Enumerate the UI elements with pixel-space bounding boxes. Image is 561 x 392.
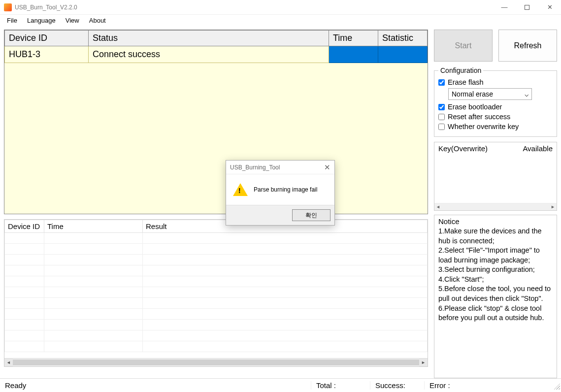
overwrite-key-row[interactable]: Whether overwrite key bbox=[438, 123, 553, 131]
results-hscrollbar[interactable]: ◄ ► bbox=[4, 358, 428, 366]
scroll-right-icon[interactable]: ► bbox=[549, 203, 557, 210]
configuration-panel: Configuration Erase flash Normal erase ⌵… bbox=[434, 66, 557, 137]
erase-flash-label: Erase flash bbox=[448, 78, 484, 86]
status-total: Total : bbox=[311, 381, 370, 390]
overwrite-label: Whether overwrite key bbox=[448, 123, 519, 131]
device-table-header-status[interactable]: Status bbox=[89, 31, 329, 46]
notice-line: 2.Select "File"-"Import image" to load b… bbox=[438, 246, 553, 265]
device-table: Device ID Status Time Statistic HUB1-3 C… bbox=[4, 30, 428, 214]
dialog-ok-button[interactable]: 확인 bbox=[292, 209, 330, 221]
table-row[interactable] bbox=[5, 341, 428, 352]
table-row[interactable] bbox=[5, 255, 428, 265]
configuration-legend: Configuration bbox=[438, 66, 483, 74]
scroll-left-icon[interactable]: ◄ bbox=[4, 359, 13, 366]
window-title: USB_Burn_Tool_V2.2.0 bbox=[15, 4, 493, 11]
app-icon bbox=[4, 3, 12, 11]
menu-language[interactable]: Language bbox=[22, 16, 61, 25]
notice-line: 6.Please click "stop" & close tool befor… bbox=[438, 304, 553, 323]
menu-bar: File Language View About bbox=[0, 15, 561, 26]
start-button[interactable]: Start bbox=[434, 30, 493, 62]
key-panel: Key(Overwrite) Available ◄ ► bbox=[434, 142, 557, 211]
overwrite-checkbox[interactable] bbox=[438, 124, 445, 130]
table-row[interactable]: HUB1-3 Connect success bbox=[5, 46, 428, 63]
key-hscrollbar[interactable]: ◄ ► bbox=[434, 203, 557, 210]
dialog-close-button[interactable]: ✕ bbox=[324, 163, 330, 172]
menu-view[interactable]: View bbox=[61, 16, 84, 25]
table-row[interactable] bbox=[5, 265, 428, 276]
table-row[interactable] bbox=[5, 276, 428, 287]
status-success: Success: bbox=[370, 381, 424, 390]
device-table-header-id[interactable]: Device ID bbox=[5, 31, 89, 46]
key-col-available: Available bbox=[523, 144, 553, 153]
notice-line: 5.Before close the tool, you need to pul… bbox=[438, 284, 553, 303]
reset-checkbox[interactable] bbox=[438, 114, 445, 120]
device-table-header-time[interactable]: Time bbox=[329, 31, 378, 46]
device-status-cell: Connect success bbox=[89, 46, 329, 63]
notice-body: 1.Make sure the devices and the hub is c… bbox=[438, 227, 553, 323]
reset-after-success-row[interactable]: Reset after success bbox=[438, 113, 553, 121]
key-col-overwrite: Key(Overwrite) bbox=[438, 144, 488, 153]
scroll-left-icon[interactable]: ◄ bbox=[434, 203, 442, 210]
scroll-thumb[interactable] bbox=[13, 359, 419, 365]
table-row[interactable] bbox=[5, 287, 428, 298]
notice-panel: Notice 1.Make sure the devices and the h… bbox=[434, 215, 557, 378]
chevron-down-icon: ⌵ bbox=[525, 90, 528, 98]
device-id-cell: HUB1-3 bbox=[5, 46, 89, 63]
dialog-message: Parse burning image fail bbox=[254, 186, 317, 193]
notice-line: 4.Click "Start"; bbox=[438, 275, 553, 285]
table-row[interactable] bbox=[5, 330, 428, 341]
minimize-button[interactable]: — bbox=[493, 0, 516, 14]
table-row[interactable] bbox=[5, 244, 428, 255]
menu-file[interactable]: File bbox=[2, 16, 22, 25]
dialog-title: USB_Burning_Tool bbox=[230, 164, 280, 171]
erase-mode-value: Normal erase bbox=[452, 90, 493, 98]
error-dialog: USB_Burning_Tool ✕ Parse burning image f… bbox=[226, 160, 335, 226]
erase-bootloader-label: Erase bootloader bbox=[448, 103, 502, 111]
results-header-id[interactable]: Device ID bbox=[5, 220, 44, 233]
table-row[interactable] bbox=[5, 298, 428, 309]
reset-label: Reset after success bbox=[448, 113, 510, 121]
results-table: Device ID Time Result ◄ ► bbox=[4, 219, 428, 367]
close-button[interactable]: ✕ bbox=[538, 0, 561, 14]
erase-flash-checkbox[interactable] bbox=[438, 79, 445, 86]
notice-title: Notice bbox=[436, 217, 462, 226]
window-controls: — ✕ bbox=[493, 0, 561, 14]
table-row[interactable] bbox=[5, 233, 428, 244]
notice-line: 1.Make sure the devices and the hub is c… bbox=[438, 227, 553, 246]
refresh-button[interactable]: Refresh bbox=[498, 30, 557, 62]
results-header-time[interactable]: Time bbox=[44, 220, 143, 233]
notice-line: 3.Select burning configuration; bbox=[438, 265, 553, 275]
erase-flash-row[interactable]: Erase flash bbox=[438, 78, 553, 86]
erase-bootloader-row[interactable]: Erase bootloader bbox=[438, 103, 553, 111]
warning-icon bbox=[233, 183, 248, 196]
menu-about[interactable]: About bbox=[84, 16, 111, 25]
status-error: Error : bbox=[424, 381, 552, 390]
device-table-header-statistic[interactable]: Statistic bbox=[378, 31, 428, 46]
status-ready: Ready bbox=[0, 381, 311, 390]
maximize-button[interactable] bbox=[516, 0, 538, 14]
resize-grip-icon[interactable] bbox=[552, 382, 560, 390]
title-bar: USB_Burn_Tool_V2.2.0 — ✕ bbox=[0, 0, 561, 15]
device-statistic-cell bbox=[378, 46, 428, 63]
device-time-cell bbox=[329, 46, 378, 63]
scroll-right-icon[interactable]: ► bbox=[419, 359, 428, 366]
erase-bootloader-checkbox[interactable] bbox=[438, 104, 445, 110]
erase-mode-dropdown[interactable]: Normal erase ⌵ bbox=[448, 88, 532, 100]
status-bar: Ready Total : Success: Error : bbox=[0, 378, 561, 392]
table-row[interactable] bbox=[5, 309, 428, 320]
table-row[interactable] bbox=[5, 320, 428, 330]
